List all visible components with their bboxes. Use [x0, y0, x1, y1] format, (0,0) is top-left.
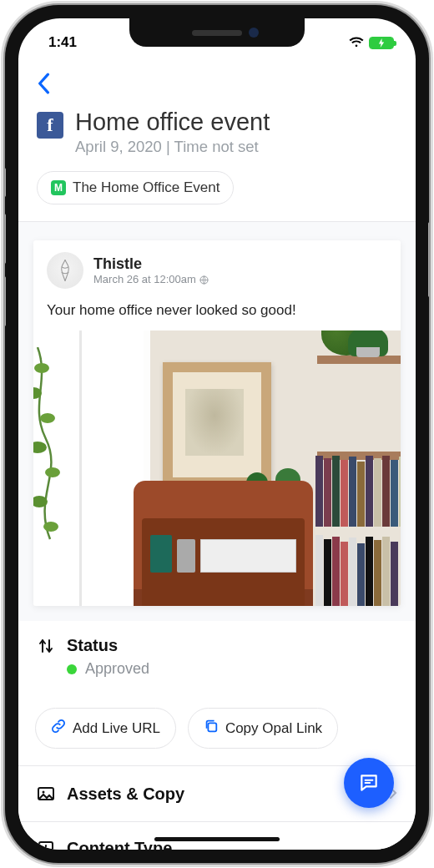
post-image [33, 331, 401, 606]
copy-opal-link-label: Copy Opal Link [225, 720, 322, 737]
tag-moment-icon: M [51, 180, 66, 195]
volume-up-button [5, 214, 6, 264]
content-type-row[interactable]: Content Type [18, 822, 416, 850]
link-icon [51, 719, 66, 738]
post-preview-card: Thistle March 26 at 12:00am Your home of… [33, 240, 401, 606]
page-title: Home office event [75, 108, 270, 136]
status-section-title: Status [67, 636, 118, 655]
post-text: Your home office never looked so good! [33, 297, 401, 331]
mute-switch [5, 168, 6, 197]
copy-icon [204, 719, 219, 738]
post-username: Thistle [93, 255, 209, 273]
event-tag-label: The Home Office Event [73, 179, 220, 196]
phone-frame: 1:41 f Home office event Apri [5, 5, 429, 863]
post-meta: March 26 at 12:00am [93, 273, 209, 285]
image-icon [37, 785, 55, 803]
back-button[interactable] [37, 72, 50, 100]
copy-opal-link-button[interactable]: Copy Opal Link [188, 708, 338, 749]
power-button [428, 222, 429, 297]
home-indicator[interactable] [154, 837, 280, 841]
assets-copy-label: Assets & Copy [67, 785, 184, 804]
facebook-icon: f [37, 112, 63, 139]
status-dot-icon [67, 664, 77, 674]
post-avatar [47, 252, 83, 289]
event-tag[interactable]: M The Home Office Event [37, 171, 234, 204]
chat-icon [358, 772, 380, 794]
add-live-url-label: Add Live URL [73, 720, 160, 737]
chat-fab-button[interactable] [344, 758, 394, 808]
svg-rect-8 [208, 723, 216, 731]
notch [129, 18, 305, 47]
status-value: Approved [85, 660, 149, 678]
status-time: 1:41 [48, 34, 77, 51]
page-subtitle: April 9, 2020 | Time not set [75, 138, 270, 156]
volume-down-button [5, 276, 6, 326]
add-live-url-button[interactable]: Add Live URL [35, 708, 176, 749]
content-type-icon [37, 840, 55, 850]
globe-icon [199, 275, 209, 284]
svg-point-10 [43, 791, 45, 794]
wifi-icon [349, 37, 364, 48]
battery-icon [369, 37, 394, 49]
sort-arrows-icon [37, 638, 55, 654]
